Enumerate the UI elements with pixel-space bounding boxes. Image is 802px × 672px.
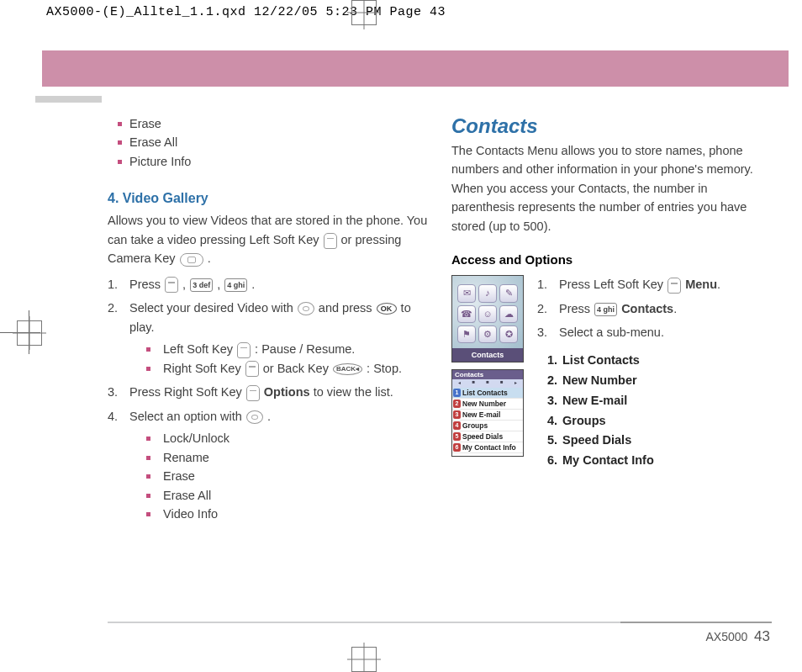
left-soft-key-icon (667, 278, 681, 294)
list-item: Lock/Unlock (153, 429, 428, 447)
left-soft-key-icon (237, 342, 251, 358)
intro-paragraph: Allows you to view Videos that are store… (108, 211, 428, 267)
screenshot-row: 2New Number (452, 399, 523, 410)
text-bold: Options (264, 385, 310, 399)
steps-list: Press Left Soft Key Menu. Press 4 ghi Co… (537, 275, 772, 341)
text: or Back Key (263, 362, 332, 375)
page-number: 43 (754, 628, 770, 644)
camera-key-icon (180, 253, 203, 267)
column-left: Erase Erase All Picture Info 4. Video Ga… (108, 114, 428, 622)
steps-list: Press , 3 def , 4 ghi . Select your desi… (108, 275, 428, 524)
text: Press Right Soft Key (129, 385, 245, 399)
screenshot-label: Contacts (452, 348, 523, 362)
text: Right Soft Key (163, 362, 245, 375)
list-item: Erase All (153, 486, 428, 505)
submenu-item: My Contact Info (547, 451, 772, 471)
submenu-item: List Contacts (547, 351, 772, 371)
left-soft-key-icon (165, 277, 178, 293)
text: Select your desired Video with (129, 301, 297, 315)
sub-bullets: Left Soft Key : Pause / Resume. Right So… (136, 340, 428, 378)
screenshot-list-view: Contacts ◂■■■▸ 1List Contacts2New Number… (451, 369, 524, 457)
text: : Stop. (367, 362, 402, 375)
left-soft-key-icon (324, 233, 337, 249)
step-item: Select an option with . Lock/Unlock Rena… (108, 407, 428, 524)
screenshot-row: 5Speed Dials (452, 431, 523, 442)
list-item: Rename (153, 448, 428, 467)
phone-screenshots: ✉♪✎ ☎☺☁ ⚑⚙✪ Contacts Contacts ◂■■■▸ 1Lis… (451, 275, 525, 463)
nav-key-icon (298, 302, 314, 315)
screenshot-row: 1List Contacts (452, 388, 523, 399)
text: to view the list. (314, 385, 393, 399)
left-crop-mark (0, 310, 40, 354)
text: . (208, 251, 211, 265)
step-item: Press Right Soft Key Options to view the… (108, 383, 428, 401)
text: and press (319, 301, 376, 315)
text: . (673, 302, 677, 315)
screenshot-header: Contacts (452, 370, 523, 379)
print-slug: AX5000-(E)_Alltel_1.1.qxd 12/22/05 5:23 … (46, 5, 446, 19)
list-item: Erase All (124, 133, 428, 151)
submenu-item: Groups (547, 411, 772, 431)
submenu-item: New Number (547, 371, 772, 391)
screenshot-icon-grid: ✉♪✎ ☎☺☁ ⚑⚙✪ Contacts (451, 275, 524, 362)
text-bold: Menu (685, 278, 717, 291)
subsection-heading: Access and Options (451, 252, 772, 267)
screenshot-row: 6My Contact Info (452, 442, 523, 453)
text: . (717, 278, 720, 291)
submenu-list: List Contacts New Number New E-mail Grou… (537, 351, 772, 472)
list-item: Video Info (153, 505, 428, 523)
text: Left Soft Key (163, 342, 236, 356)
screenshot-row: 4Groups (452, 421, 523, 431)
text: Press Left Soft Key (559, 278, 667, 291)
back-key-icon: BACK◂ (333, 363, 362, 375)
step-item: Press Left Soft Key Menu. (537, 275, 772, 294)
text: Select an option with (129, 410, 245, 423)
text: Press (559, 302, 594, 315)
header-bar (42, 50, 789, 87)
text: . (248, 278, 255, 291)
column-right: Contacts The Contacts Menu allows you to… (451, 114, 772, 622)
list-item: Erase (124, 114, 428, 133)
sub-bullets: Lock/Unlock Rename Erase Erase All Video… (136, 429, 428, 523)
chapter-title: Contacts (451, 114, 772, 138)
screenshot-row: 3New E-mail (452, 410, 523, 421)
model-number: AX5000 (705, 630, 747, 643)
list-item: Right Soft Key or Back Key BACK◂ : Stop. (153, 359, 428, 378)
key-3def-icon: 3 def (190, 278, 213, 292)
top-registration-mark (351, 0, 377, 25)
section-heading: 4. Video Gallery (108, 191, 428, 206)
list-item: Picture Info (124, 152, 428, 171)
intro-paragraph: The Contacts Menu allows you to store na… (451, 141, 772, 235)
step-item: Select your desired Video with and press… (108, 299, 428, 378)
text: Press (129, 278, 164, 291)
text: , (179, 278, 189, 291)
text-bold: Contacts (621, 302, 673, 315)
step-item: Select a sub-menu. (537, 323, 772, 341)
nav-key-icon (246, 410, 263, 424)
header-accent (35, 96, 102, 103)
key-4ghi-icon: 4 ghi (224, 278, 247, 292)
top-bullet-list: Erase Erase All Picture Info (108, 114, 428, 171)
ok-key-icon: OK (377, 303, 397, 315)
text: : Pause / Resume. (255, 342, 355, 356)
text: . (267, 410, 271, 423)
text: , (214, 278, 224, 291)
page-footer: AX5000 43 (705, 628, 770, 645)
list-item: Erase (153, 467, 428, 485)
step-item: Press , 3 def , 4 ghi . (108, 275, 428, 294)
bottom-registration-mark (351, 647, 377, 672)
footer-rule (108, 622, 772, 623)
step-item: Press 4 ghi Contacts. (537, 299, 772, 318)
submenu-item: New E-mail (547, 391, 772, 411)
list-item: Left Soft Key : Pause / Resume. (153, 340, 428, 358)
key-4ghi-icon: 4 ghi (594, 303, 617, 316)
right-soft-key-icon (246, 385, 260, 401)
submenu-item: Speed Dials (547, 431, 772, 451)
right-soft-key-icon (245, 361, 259, 377)
